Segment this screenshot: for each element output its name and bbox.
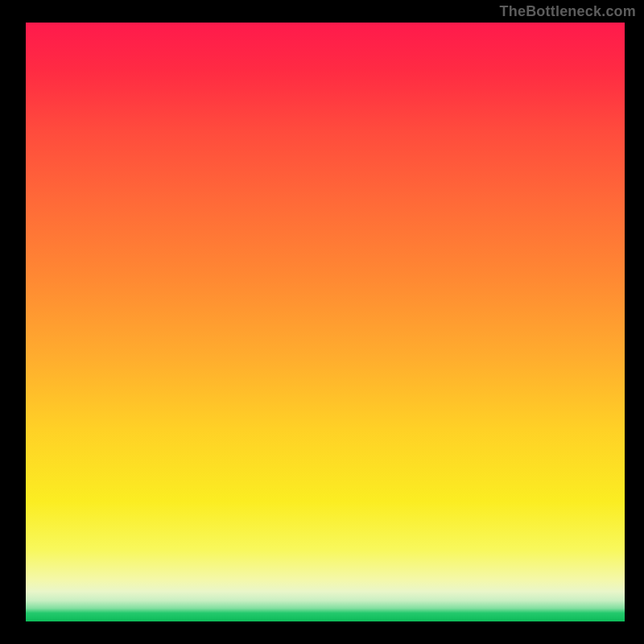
plot-area [26,23,625,621]
chart-stage: TheBottleneck.com [0,0,644,644]
heat-gradient-background [26,23,625,621]
watermark-text: TheBottleneck.com [500,3,636,20]
